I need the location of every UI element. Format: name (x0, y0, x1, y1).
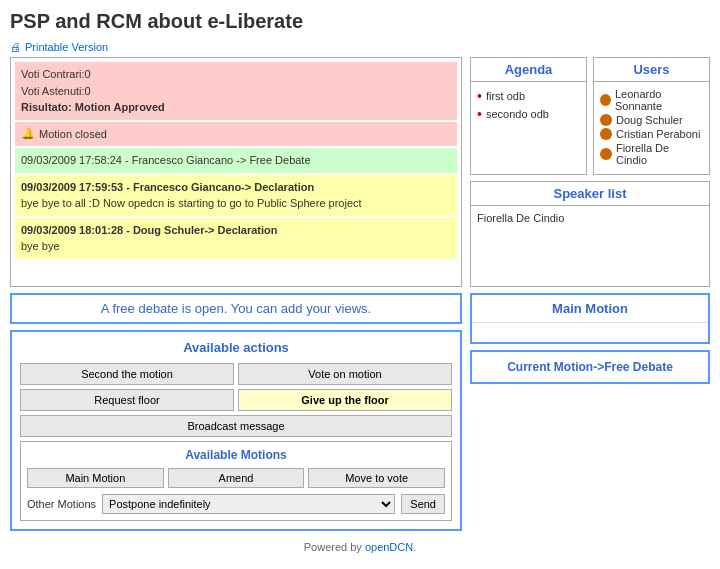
motions-buttons: Main Motion Amend Move to vote (27, 468, 445, 488)
page-title: PSP and RCM about e-Liberate (10, 10, 710, 33)
broadcast-row: Broadcast message (20, 415, 452, 437)
log-entry-voting: Voti Contrari:0 Voti Astenuti:0 Risultat… (15, 62, 457, 120)
main-layout: Voti Contrari:0 Voti Astenuti:0 Risultat… (10, 57, 710, 531)
user-icon-2 (600, 114, 612, 126)
log-entry-declaration-2: 09/03/2009 18:01:28 - Doug Schuler-> Dec… (15, 218, 457, 259)
user-item-3: Cristian Peraboni (600, 128, 703, 140)
send-button[interactable]: Send (401, 494, 445, 514)
user-item-1: Leonardo Sonnante (600, 88, 703, 112)
agenda-title: Agenda (471, 58, 586, 82)
main-motion-button[interactable]: Main Motion (27, 468, 164, 488)
speaker-list-title: Speaker list (471, 182, 709, 206)
user-icon-1 (600, 94, 611, 106)
broadcast-button[interactable]: Broadcast message (20, 415, 452, 437)
bullet-icon-2: • (477, 106, 482, 122)
speaker-panel: Speaker list Fiorella De Cindio (470, 181, 710, 287)
amend-button[interactable]: Amend (168, 468, 305, 488)
bullet-icon-1: • (477, 88, 482, 104)
printable-version-link[interactable]: 🖨 Printable Version (10, 41, 710, 53)
users-content: Leonardo Sonnante Doug Schuler Cristian … (594, 82, 709, 174)
main-motion-panel: Main Motion (470, 293, 710, 344)
actions-panel: Available actions Second the motion Vote… (10, 330, 462, 531)
motions-panel: Available Motions Main Motion Amend Move… (20, 441, 452, 521)
speaker-content: Fiorella De Cindio (471, 206, 709, 286)
move-to-vote-button[interactable]: Move to vote (308, 468, 445, 488)
main-motion-content (472, 322, 708, 342)
agenda-item-1: • first odb (477, 88, 580, 104)
users-panel: Users Leonardo Sonnante Doug Schuler (593, 57, 710, 175)
right-column: Agenda • first odb • secondo odb (470, 57, 710, 384)
page-wrapper: PSP and RCM about e-Liberate 🖨 Printable… (0, 0, 720, 569)
agenda-content: • first odb • secondo odb (471, 82, 586, 142)
user-icon-4 (600, 148, 612, 160)
log-entry-motion-closed: 🔔 Motion closed (15, 122, 457, 147)
other-motions-select[interactable]: Postpone indefinitely Call for orders Ta… (102, 494, 395, 514)
user-icon-3 (600, 128, 612, 140)
actions-title: Available actions (20, 340, 452, 355)
current-motion-text: Current Motion->Free Debate (472, 352, 708, 382)
give-up-floor-button[interactable]: Give up the floor (238, 389, 452, 411)
agenda-item-2: • secondo odb (477, 106, 580, 122)
actions-grid: Second the motion Vote on motion Request… (20, 363, 452, 411)
chat-area[interactable]: Voti Contrari:0 Voti Astenuti:0 Risultat… (10, 57, 462, 287)
printer-icon: 🖨 (10, 41, 21, 53)
left-column: Voti Contrari:0 Voti Astenuti:0 Risultat… (10, 57, 462, 531)
vote-on-motion-button[interactable]: Vote on motion (238, 363, 452, 385)
agenda-panel: Agenda • first odb • secondo odb (470, 57, 587, 175)
status-bar: A free debate is open. You can add your … (10, 293, 462, 324)
bell-icon: 🔔 (21, 127, 35, 140)
log-entry-free-debate: 09/03/2009 17:58:24 - Francesco Giancano… (15, 148, 457, 173)
other-motions-label: Other Motions (27, 498, 96, 510)
right-panels-top: Agenda • first odb • secondo odb (470, 57, 710, 175)
current-motion-panel: Current Motion->Free Debate (470, 350, 710, 384)
users-title: Users (594, 58, 709, 82)
second-motion-button[interactable]: Second the motion (20, 363, 234, 385)
other-motions-row: Other Motions Postpone indefinitely Call… (27, 494, 445, 514)
request-floor-button[interactable]: Request floor (20, 389, 234, 411)
motions-title: Available Motions (27, 448, 445, 462)
footer-link[interactable]: openDCN (365, 541, 413, 553)
user-item-2: Doug Schuler (600, 114, 703, 126)
user-item-4: Fiorella De Cindio (600, 142, 703, 166)
footer: Powered by openDCN. (10, 541, 710, 553)
log-entry-declaration-1: 09/03/2009 17:59:53 - Francesco Giancano… (15, 175, 457, 216)
main-motion-title: Main Motion (472, 295, 708, 322)
